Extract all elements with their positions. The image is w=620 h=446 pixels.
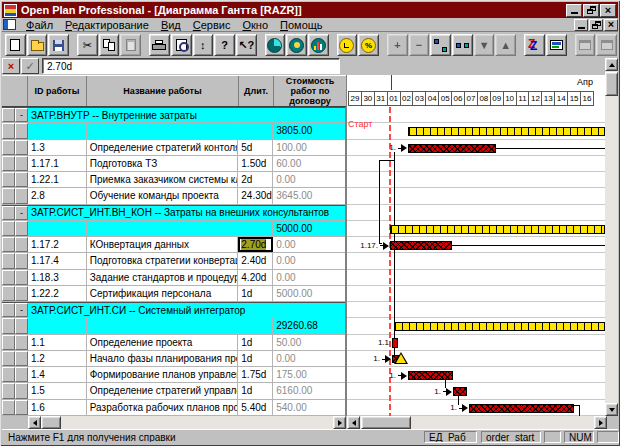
clock-button[interactable]	[337, 34, 358, 56]
row-selector-cell[interactable]	[2, 286, 15, 301]
task-bar-1-3[interactable]	[408, 144, 496, 153]
cell-name[interactable]	[87, 123, 239, 138]
close-button[interactable]: ×	[600, 4, 616, 17]
row-selector-cell[interactable]	[2, 221, 15, 236]
row-selector-cell[interactable]	[2, 172, 15, 187]
table-hscroll-track[interactable]	[28, 416, 346, 429]
table-summary-row[interactable]: 29260.68	[2, 318, 345, 334]
row-indicator-cell[interactable]	[15, 237, 28, 252]
accept-edit-button[interactable]: ✓	[21, 58, 39, 74]
collapse-toggle[interactable]: -	[15, 206, 28, 220]
cell-cost[interactable]: 100.00	[273, 140, 345, 155]
table-row[interactable]: 2.8Обучение команды проекта24.30d3645.00	[2, 188, 345, 204]
cell-name[interactable]	[87, 221, 239, 236]
duration-edit-input[interactable]	[42, 58, 340, 74]
cell-duration[interactable]: 1d	[238, 286, 273, 301]
row-indicator-cell[interactable]	[15, 123, 28, 138]
column-header-duration[interactable]: Длит.	[239, 76, 274, 106]
row-selector-cell[interactable]	[2, 367, 15, 382]
table-row[interactable]: 1.1Определение проекта1d50.00	[2, 335, 345, 351]
cell-duration[interactable]	[238, 221, 273, 236]
column-header-name[interactable]: Название работы	[87, 76, 239, 106]
row-selector-cell[interactable]	[2, 383, 15, 398]
cell-name[interactable]: Начало фазы планирования проекта	[87, 351, 239, 366]
cell-duration[interactable]: 1.50d	[238, 156, 273, 171]
row-indicator-cell[interactable]	[15, 318, 28, 333]
row-selector-cell[interactable]	[2, 237, 15, 252]
task-bar-1-1[interactable]	[392, 338, 398, 348]
row-indicator-cell[interactable]	[15, 367, 28, 382]
cell-id[interactable]: 1.17.4	[28, 253, 87, 268]
cell-cost[interactable]: 540.00	[273, 400, 345, 415]
child-restore-button[interactable]	[589, 19, 603, 31]
cell-name[interactable]: Подготовка стратегии конвертации	[87, 253, 239, 268]
print-button[interactable]	[149, 34, 170, 56]
cell-name[interactable]: Определение проекта	[87, 335, 239, 350]
zigzag-view-button[interactable]: ZZ	[524, 34, 545, 56]
row-indicator-cell[interactable]	[15, 351, 28, 366]
cell-cost[interactable]: 3805.00	[273, 123, 345, 138]
cell-duration[interactable]: 2.40d	[238, 253, 273, 268]
cell-id[interactable]	[28, 318, 87, 333]
task-bar-1-4[interactable]	[408, 371, 453, 380]
cell-cost[interactable]: 0.00	[273, 172, 345, 187]
cell-name[interactable]: Определение стратегий контоля и отч	[87, 140, 239, 155]
gantt-month-header[interactable]: Апр	[346, 75, 607, 90]
menu-item-5[interactable]: Помощь	[274, 19, 329, 31]
cell-id[interactable]: 1.6	[28, 400, 87, 415]
cell-name[interactable]: Формирование планов управления	[87, 367, 239, 382]
cell-cost[interactable]: 6160.00	[273, 383, 345, 398]
gantt-vscroll-up-button[interactable]	[605, 58, 618, 71]
row-selector-cell[interactable]	[2, 123, 15, 138]
table-row[interactable]: 1.17.4Подготовка стратегии конвертации2.…	[2, 253, 345, 269]
exchange-button[interactable]: ↕	[193, 34, 214, 56]
table-summary-row[interactable]: 5000.00	[2, 221, 345, 237]
cell-duration[interactable]: 1d	[238, 351, 273, 366]
cell-duration[interactable]: 5d	[238, 140, 273, 155]
cell-id[interactable]: 1.18.3	[28, 270, 87, 285]
row-selector-cell[interactable]	[2, 318, 15, 333]
cell-cost[interactable]: 0.00	[273, 253, 345, 268]
cell-name[interactable]: Обучение команды проекта	[87, 188, 239, 203]
restore-button[interactable]	[583, 4, 599, 17]
help-button[interactable]: ?	[214, 34, 235, 56]
row-indicator-cell[interactable]	[15, 270, 28, 285]
table-row[interactable]: 1.5Определение стратегий управления р1d6…	[2, 383, 345, 399]
cell-id[interactable]: 1.3	[28, 140, 87, 155]
row-selector-cell[interactable]	[2, 156, 15, 171]
table-summary-row[interactable]: 3805.00	[2, 123, 345, 139]
row-indicator-cell[interactable]	[15, 188, 28, 203]
cell-duration[interactable]: 2.70d	[238, 237, 273, 252]
cell-name[interactable]: Приемка заказчиком системы клиент	[87, 172, 239, 187]
row-selector-cell[interactable]	[2, 335, 15, 350]
row-indicator-cell[interactable]	[15, 172, 28, 187]
cell-cost[interactable]: 3645.00	[273, 188, 345, 203]
row-selector-cell[interactable]	[2, 206, 15, 220]
summary-bar-internal-costs[interactable]	[408, 127, 605, 136]
table-row[interactable]: 1.4Формирование планов управления1.75d17…	[2, 367, 345, 383]
cell-cost[interactable]: 5000.00	[273, 221, 345, 236]
row-selector-cell[interactable]	[2, 140, 15, 155]
cut-button[interactable]: ✂	[77, 34, 98, 56]
child-close-button[interactable]: ×	[604, 19, 618, 31]
row-selector-cell[interactable]	[2, 303, 15, 317]
menu-item-2[interactable]: Вид	[155, 19, 187, 31]
unlink-button[interactable]	[452, 34, 473, 56]
task-bar-1-6[interactable]	[469, 404, 574, 413]
cancel-edit-button[interactable]: ×	[2, 58, 20, 74]
cell-duration[interactable]: 2d	[238, 172, 273, 187]
gantt-hscroll-right-button[interactable]	[594, 416, 607, 429]
cell-cost[interactable]: 50.00	[273, 335, 345, 350]
table-row[interactable]: 1.22.1Приемка заказчиком системы клиент2…	[2, 172, 345, 188]
time-analysis-button[interactable]	[265, 34, 286, 56]
table-row[interactable]: 1.2Начало фазы планирования проекта1d0.0…	[2, 351, 345, 367]
cell-name[interactable]: Сертификация персонала	[87, 286, 239, 301]
cell-cost[interactable]: 60.00	[273, 156, 345, 171]
menu-item-1[interactable]: Редактирование	[59, 19, 155, 31]
table-row[interactable]: 1.17.2КОнвертация данных2.70d0.00	[2, 237, 345, 253]
cell-id[interactable]: 1.5	[28, 383, 87, 398]
table-row[interactable]: 1.22.2Сертификация персонала1d5000.00	[2, 286, 345, 302]
cell-cost[interactable]: 0.00	[273, 237, 345, 252]
task-bar-1-17-2[interactable]	[390, 241, 452, 250]
table-group-row[interactable]: -ЗАТР.ВНУТР -- Внутренние затраты	[2, 107, 345, 123]
